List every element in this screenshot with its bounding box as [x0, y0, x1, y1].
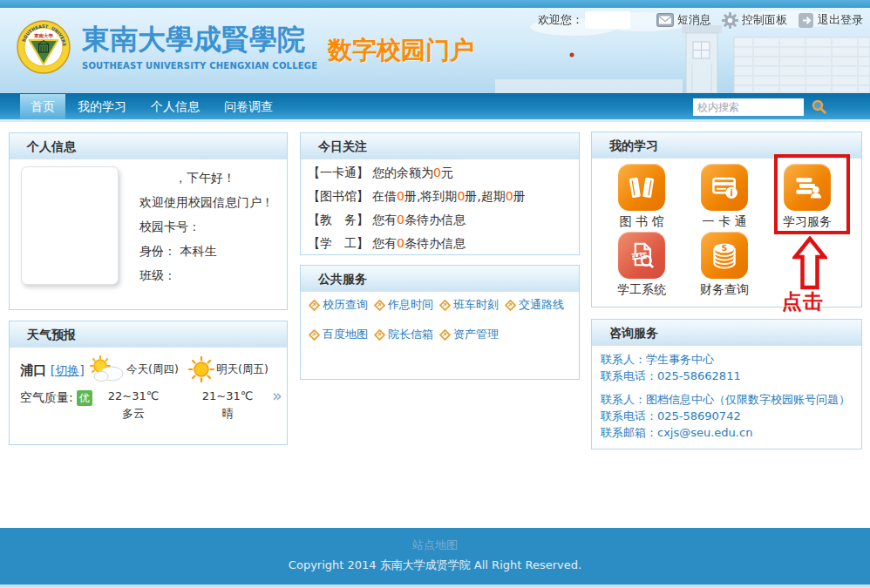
contact-person-1: 联系人：学生事务中心: [601, 351, 861, 368]
tomorrow-desc: 晴: [180, 406, 275, 422]
tab-home[interactable]: 首页: [20, 94, 65, 119]
service-link-baidu-map[interactable]: 百度地图: [309, 327, 368, 342]
today-focus-title: 今日关注: [301, 133, 579, 159]
diamond-icon: [374, 329, 385, 341]
today-focus-panel: 今日关注 【一卡通】您的余额为0元 【图书馆】在借0册,将到期0册,超期0册 【…: [300, 132, 580, 255]
library-app-label: 图 书 馆: [617, 214, 666, 230]
user-bar: 欢迎您： 短消息: [538, 11, 863, 29]
services-row-1: 校历查询 作息时间 班车时刻 交通路线: [301, 296, 579, 314]
service-link-dean-mailbox[interactable]: 院长信箱: [374, 327, 433, 342]
card-number-line: 校园卡号：: [139, 214, 274, 239]
highlight-box: [774, 154, 850, 234]
search-button[interactable]: [812, 99, 826, 115]
tab-survey[interactable]: 问卷调查: [224, 94, 273, 119]
contact-email: 联系邮箱：cxjs@seu.edu.cn: [601, 424, 861, 441]
focus-row-student-work: 【学 工】您有0条待办信息: [301, 232, 579, 255]
class-line: 班级：: [139, 263, 274, 287]
sun-icon: [187, 355, 216, 383]
service-link-shuttle-schedule[interactable]: 班车时刻: [439, 297, 499, 313]
username-redacted: [585, 11, 630, 29]
svg-text:S: S: [722, 244, 727, 253]
finance-query-app-label: 财务查询: [700, 282, 749, 298]
weather-title: 天气预报: [10, 321, 287, 348]
logout-icon: [798, 12, 814, 29]
control-panel-link[interactable]: 控制面板: [722, 12, 787, 29]
personal-info-title: 个人信息: [10, 133, 287, 159]
messages-label: 短消息: [677, 12, 711, 28]
control-panel-label: 控制面板: [742, 12, 787, 28]
focus-row-onecard: 【一卡通】您的余额为0元: [301, 161, 579, 185]
city-switch-link[interactable]: [切换]: [51, 363, 85, 377]
main-nav: 首页 我的学习 个人信息 问卷调查: [0, 93, 870, 119]
service-link-traffic-routes[interactable]: 交通路线: [505, 297, 564, 313]
student-affairs-app-label: 学工系统: [617, 282, 666, 298]
envelope-icon: [656, 13, 674, 27]
focus-row-library: 【图书馆】在借0册,将到期0册,超期0册: [301, 185, 579, 208]
copyright-text: Copyright 2014 东南大学成贤学院 All Right Reserv…: [0, 558, 870, 573]
public-services-title: 公共服务: [301, 266, 579, 292]
weather-tomorrow: 明天(周五) 21~31℃ 晴: [180, 355, 275, 422]
air-quality: 空气质量:优: [20, 390, 92, 406]
svg-text:i: i: [730, 188, 732, 198]
today-label: 今天(周四): [126, 362, 179, 377]
onecard-app[interactable]: i 一 卡 通: [700, 164, 749, 230]
sun-cloud-icon: [88, 355, 126, 383]
today-temp: 22~31℃: [86, 389, 180, 402]
student-affairs-app[interactable]: CLASS 学工系统: [617, 232, 666, 298]
tab-my-learning[interactable]: 我的学习: [78, 94, 126, 119]
weather-panel: 天气预报 浦口 [切换] 空气质量:优 今天(周四: [9, 321, 288, 445]
university-titles: 東南大學成賢學院 SOUTHEAST UNIVERSITY CHENGXIAN …: [82, 21, 317, 71]
logout-link[interactable]: 退出登录: [798, 12, 863, 29]
consulting-title: 咨询服务: [592, 320, 861, 346]
nav-underline: [0, 119, 870, 122]
contact-phone-1: 联系电话：025-58662811: [601, 368, 861, 384]
focus-row-academic: 【教 务】您有0条待办信息: [301, 208, 579, 232]
today-desc: 多云: [86, 406, 180, 422]
diamond-icon: [309, 300, 320, 311]
tomorrow-temp: 21~31℃: [180, 389, 275, 402]
service-link-asset-management[interactable]: 资产管理: [439, 327, 499, 342]
personal-info-text: ，下午好！ 欢迎使用校园信息门户！ 校园卡号： 身份： 本科生 班级：: [139, 166, 274, 287]
library-app[interactable]: 图 书 馆: [617, 164, 666, 230]
welcome-line: 欢迎使用校园信息门户！: [139, 190, 274, 214]
sitemap-link[interactable]: 站点地图: [0, 528, 870, 553]
card-icon: i: [701, 164, 748, 211]
diamond-icon: [439, 329, 451, 341]
header: SOUTHEAST UNIVERSITY 東南大學 東南大學成賢學院 SOUTH…: [0, 8, 870, 93]
weather-today: 今天(周四) 22~31℃ 多云: [86, 355, 180, 422]
diamond-icon: [374, 300, 385, 311]
footer-strip: [0, 585, 870, 588]
finance-query-app[interactable]: S 财务查询: [700, 232, 749, 298]
gear-icon: [722, 12, 738, 29]
class-doc-icon: CLASS: [618, 232, 665, 279]
campus-search-input[interactable]: [693, 98, 804, 116]
personal-info-panel: 个人信息 ，下午好！ 欢迎使用校园信息门户！ 校园卡号： 身份： 本科生 班级：: [9, 132, 288, 310]
consulting-panel: 咨询服务 联系人：学生事务中心 联系电话：025-58662811 联系人：图档…: [591, 319, 862, 449]
arrow-up-icon: [792, 236, 827, 290]
service-link-work-rest-time[interactable]: 作息时间: [374, 297, 433, 313]
diamond-icon: [505, 300, 516, 311]
greeting-line: ，下午好！: [139, 166, 274, 190]
diamond-icon: [309, 329, 320, 341]
messages-link[interactable]: 短消息: [656, 12, 711, 28]
weather-more-chevron[interactable]: »: [272, 386, 282, 405]
coins-icon: S: [701, 232, 748, 279]
logout-label: 退出登录: [818, 12, 863, 28]
university-logo: SOUTHEAST UNIVERSITY 東南大學: [17, 20, 71, 78]
welcome-label: 欢迎您：: [538, 12, 583, 28]
portal-page: SOUTHEAST UNIVERSITY 東南大學 東南大學成賢學院 SOUTH…: [0, 0, 870, 588]
contact-person-2: 联系人：图档信息中心（仅限数字校园账号问题）: [601, 391, 861, 408]
service-link-calendar[interactable]: 校历查询: [309, 297, 368, 313]
footer: 站点地图 Copyright 2014 东南大学成贤学院 All Right R…: [0, 528, 870, 585]
search-area: [693, 98, 826, 116]
magnifier-icon: [812, 99, 826, 114]
svg-text:東南大學: 東南大學: [34, 33, 54, 39]
contact-phone-2: 联系电话：025-58690742: [601, 408, 861, 424]
diamond-icon: [439, 300, 451, 311]
onecard-app-label: 一 卡 通: [700, 214, 749, 230]
weather-city: 浦口 [切换]: [20, 362, 85, 379]
university-name-cn: 東南大學成賢學院: [82, 21, 317, 59]
profile-photo-placeholder: [21, 166, 119, 285]
identity-line: 身份： 本科生: [139, 239, 274, 263]
tab-personal-info[interactable]: 个人信息: [151, 94, 200, 119]
